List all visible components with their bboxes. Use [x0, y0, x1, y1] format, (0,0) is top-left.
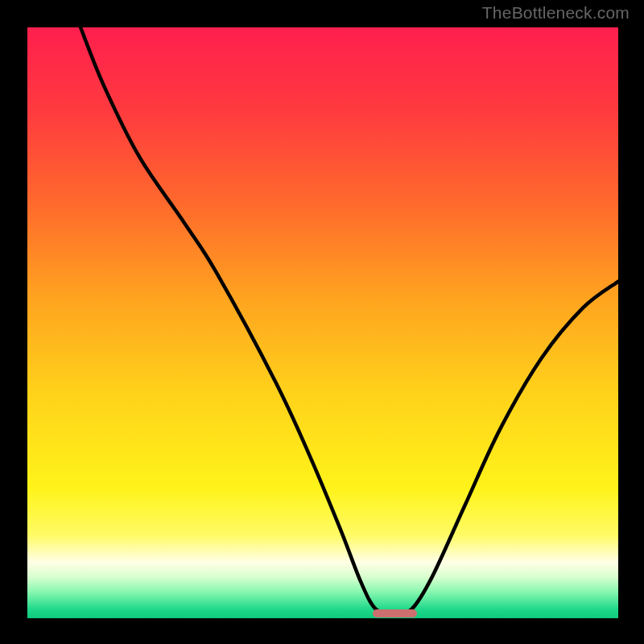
bottleneck-curve: [27, 27, 618, 618]
app-frame: TheBottleneck.com: [0, 0, 644, 644]
plot-area: [27, 27, 618, 618]
watermark-text: TheBottleneck.com: [482, 3, 630, 23]
optimal-marker: [373, 609, 417, 617]
